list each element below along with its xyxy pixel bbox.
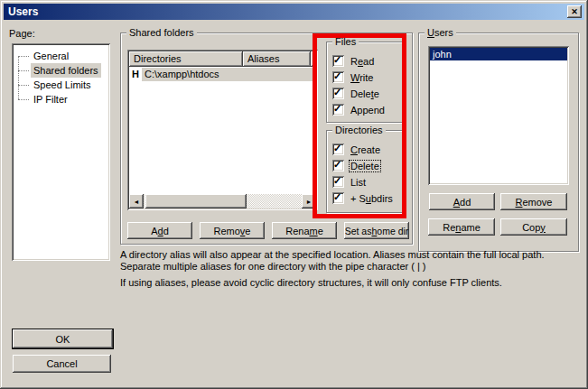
checkmark-icon: ✓	[333, 70, 341, 82]
users-dialog: Users ✕ Page: General Shared folders Spe…	[0, 0, 588, 389]
tree-connector	[18, 99, 29, 100]
checkbox-read[interactable]: ✓ Read	[332, 55, 375, 67]
add-directory-button[interactable]: Add	[127, 222, 192, 239]
files-group-label: Files	[332, 36, 359, 47]
tree-item-shared-folders[interactable]: Shared folders	[31, 63, 101, 78]
shared-folders-group-label: Shared folders	[126, 27, 197, 38]
create-label: Create	[350, 144, 381, 155]
directories-listview: Directories Aliases H C:\xampp\htdocs ◄ …	[127, 50, 318, 210]
page-label: Page:	[9, 28, 35, 39]
append-label: Append	[350, 105, 386, 116]
checkmark-icon: ✓	[333, 159, 341, 171]
set-as-home-dir-button[interactable]: Set as home dir	[344, 222, 409, 239]
rename-directory-button[interactable]: Rename	[272, 222, 337, 239]
checkmark-icon: ✓	[333, 87, 341, 98]
delete-files-label: Delete	[350, 88, 380, 99]
ok-button[interactable]: OK	[13, 329, 113, 348]
copy-user-button[interactable]: Copy	[500, 218, 567, 236]
read-checkbox[interactable]: ✓	[332, 55, 344, 67]
checkbox-delete-dirs[interactable]: ✓ Delete	[332, 160, 380, 171]
listview-header: Directories Aliases	[129, 51, 316, 67]
tree-connector	[18, 70, 29, 71]
checkbox-append[interactable]: ✓ Append	[332, 104, 386, 116]
tree-item-speed-limits[interactable]: Speed Limits	[31, 78, 94, 92]
alias-note: A directory alias will also appear at th…	[120, 249, 552, 273]
add-user-button[interactable]: Add	[429, 193, 495, 210]
checkmark-icon: ✓	[333, 103, 341, 115]
column-header-filler	[311, 51, 316, 67]
write-label: Write	[350, 72, 374, 83]
tree-item-ip-filter[interactable]: IP Filter	[31, 92, 70, 107]
tree-connector	[18, 56, 19, 99]
subdirs-checkbox[interactable]: ✓	[332, 192, 344, 204]
checkmark-icon: ✓	[333, 143, 341, 154]
delete-dirs-checkbox[interactable]: ✓	[332, 160, 344, 171]
column-header-directories[interactable]: Directories	[129, 51, 243, 67]
window-title: Users	[8, 5, 38, 18]
tree-connector	[18, 56, 29, 57]
cancel-button[interactable]: Cancel	[13, 355, 111, 373]
remove-user-button[interactable]: Remove	[500, 193, 567, 210]
checkmark-icon: ✓	[333, 191, 341, 203]
cyclic-note: If using aliases, please avoid cyclic di…	[120, 277, 552, 289]
list-checkbox[interactable]: ✓	[332, 176, 344, 188]
checkmark-icon: ✓	[333, 54, 341, 66]
users-listbox[interactable]: john	[428, 46, 569, 185]
checkbox-list[interactable]: ✓ List	[332, 176, 367, 188]
checkbox-write[interactable]: ✓ Write	[332, 71, 374, 83]
delete-dirs-label: Delete	[350, 161, 380, 171]
scroll-left-icon[interactable]: ◄	[129, 194, 144, 208]
scroll-right-icon[interactable]: ►	[302, 194, 316, 208]
users-group-label: Users	[425, 27, 456, 38]
delete-files-checkbox[interactable]: ✓	[332, 88, 344, 99]
write-checkbox[interactable]: ✓	[332, 71, 344, 83]
create-checkbox[interactable]: ✓	[332, 144, 344, 155]
page-tree[interactable]: General Shared folders Speed Limits IP F…	[12, 43, 110, 261]
checkmark-icon: ✓	[333, 175, 341, 187]
tree-connector	[18, 85, 29, 86]
checkbox-create[interactable]: ✓ Create	[332, 144, 381, 155]
checkbox-subdirs[interactable]: ✓ + Subdirs	[332, 192, 394, 204]
scrollbar-thumb[interactable]	[145, 194, 247, 208]
column-header-aliases[interactable]: Aliases	[243, 51, 311, 67]
home-dir-marker: H	[129, 69, 142, 79]
remove-directory-button[interactable]: Remove	[200, 222, 265, 239]
checkbox-delete-files[interactable]: ✓ Delete	[332, 88, 380, 99]
user-row-john[interactable]: john	[430, 48, 567, 60]
directory-path: C:\xampp\htdocs	[142, 68, 316, 81]
tree-item-general[interactable]: General	[31, 49, 71, 63]
title-bar[interactable]: Users ✕	[4, 4, 584, 20]
list-label: List	[350, 177, 367, 188]
horizontal-scrollbar[interactable]: ◄ ►	[129, 194, 316, 208]
subdirs-label: + Subdirs	[350, 193, 394, 204]
append-checkbox[interactable]: ✓	[332, 104, 344, 116]
directory-row[interactable]: H C:\xampp\htdocs	[129, 67, 316, 81]
read-label: Read	[350, 56, 375, 67]
directories-group-label: Directories	[332, 125, 386, 135]
close-icon[interactable]: ✕	[567, 5, 582, 18]
rename-user-button[interactable]: Rename	[428, 218, 495, 236]
